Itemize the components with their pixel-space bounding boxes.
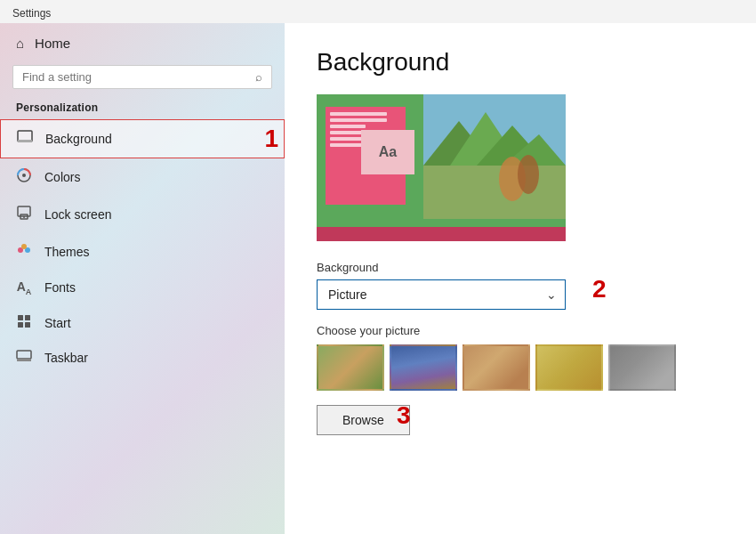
search-box[interactable]: ⌕ (12, 65, 272, 89)
preview-photo (423, 94, 566, 219)
sidebar-item-start[interactable]: Start (0, 305, 285, 341)
sidebar-item-background-label: Background (45, 132, 112, 146)
thumbnail-5[interactable] (608, 344, 676, 391)
background-dropdown-wrapper: Picture Solid color Slideshow ⌄ (317, 279, 566, 310)
background-setting-section: Background Picture Solid color Slideshow… (317, 261, 724, 310)
background-preview: Aa (317, 94, 566, 241)
sidebar-item-lockscreen-label: Lock screen (44, 207, 111, 222)
choose-picture-section: Choose your picture (317, 324, 724, 391)
preview-line-1 (330, 112, 387, 116)
svg-rect-12 (18, 322, 23, 328)
app-title: Settings (12, 7, 51, 20)
section-label: Personalization (0, 98, 285, 119)
svg-rect-13 (25, 322, 30, 328)
page-title: Background (317, 48, 724, 77)
search-icon: ⌕ (255, 70, 262, 84)
themes-icon (16, 242, 32, 262)
sidebar-home-button[interactable]: ⌂ Home (0, 23, 285, 60)
sidebar: ⌂ Home ⌕ Personalization Background 1 (0, 23, 285, 534)
browse-button[interactable]: Browse (317, 405, 410, 435)
sidebar-item-themes-label: Themes (44, 245, 90, 259)
picture-thumbnails-row (317, 344, 724, 391)
taskbar-icon (16, 350, 32, 366)
sidebar-item-taskbar[interactable]: Taskbar (0, 341, 285, 375)
svg-rect-14 (17, 351, 31, 359)
svg-point-3 (22, 174, 26, 177)
browse-button-wrapper: Browse 3 (317, 405, 410, 435)
annotation-2: 2 (592, 275, 607, 303)
colors-icon (16, 167, 32, 187)
annotation-3: 3 (397, 401, 411, 430)
background-dropdown-label: Background (317, 261, 724, 274)
sidebar-item-background[interactable]: Background 1 (0, 119, 285, 158)
sidebar-item-start-label: Start (44, 316, 71, 330)
fonts-icon: AA (16, 279, 32, 296)
svg-rect-1 (18, 140, 32, 142)
sidebar-item-fonts[interactable]: AA Fonts (0, 271, 285, 305)
sidebar-item-themes[interactable]: Themes (0, 233, 285, 271)
preview-line-3 (330, 125, 366, 128)
svg-rect-21 (423, 166, 566, 219)
lockscreen-icon (16, 205, 32, 224)
sidebar-item-colors-label: Colors (44, 170, 80, 184)
sidebar-item-fonts-label: Fonts (44, 280, 76, 295)
svg-point-23 (518, 155, 539, 194)
sidebar-item-lockscreen[interactable]: Lock screen (0, 196, 285, 233)
background-icon (17, 129, 33, 149)
preview-taskbar (317, 227, 566, 241)
thumbnail-2[interactable] (390, 344, 457, 391)
choose-picture-label: Choose your picture (317, 324, 724, 337)
preview-aa-box: Aa (361, 130, 414, 174)
preview-line-2 (330, 118, 387, 122)
thumbnail-4[interactable] (535, 344, 603, 391)
main-container: ⌂ Home ⌕ Personalization Background 1 (0, 23, 756, 534)
svg-rect-11 (25, 315, 30, 320)
svg-rect-10 (18, 315, 23, 320)
thumbnail-1[interactable] (317, 344, 384, 391)
sidebar-item-taskbar-label: Taskbar (44, 351, 88, 365)
title-bar: Settings (0, 0, 756, 23)
search-input[interactable] (22, 70, 255, 84)
thumbnail-3[interactable] (462, 344, 530, 391)
content-area: Background (285, 23, 756, 534)
svg-point-9 (21, 244, 27, 249)
annotation-1: 1 (264, 125, 278, 153)
home-label: Home (35, 36, 70, 51)
sidebar-item-colors[interactable]: Colors (0, 158, 285, 196)
svg-rect-15 (17, 359, 31, 361)
background-dropdown[interactable]: Picture Solid color Slideshow (317, 279, 566, 310)
start-icon (16, 314, 32, 332)
home-icon: ⌂ (16, 36, 24, 51)
